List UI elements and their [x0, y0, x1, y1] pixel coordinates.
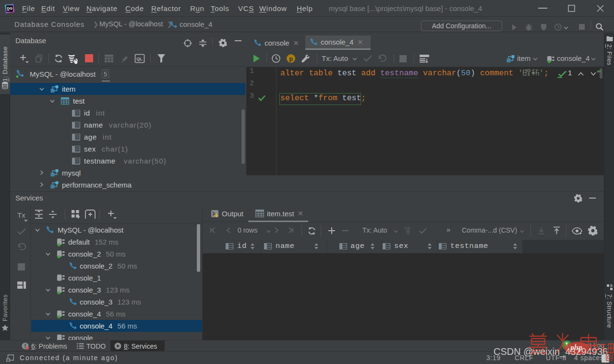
svg-text:QL: QL [136, 57, 143, 61]
svg-text:p: p [289, 56, 293, 62]
svg-text:DB: DB [405, 226, 410, 231]
